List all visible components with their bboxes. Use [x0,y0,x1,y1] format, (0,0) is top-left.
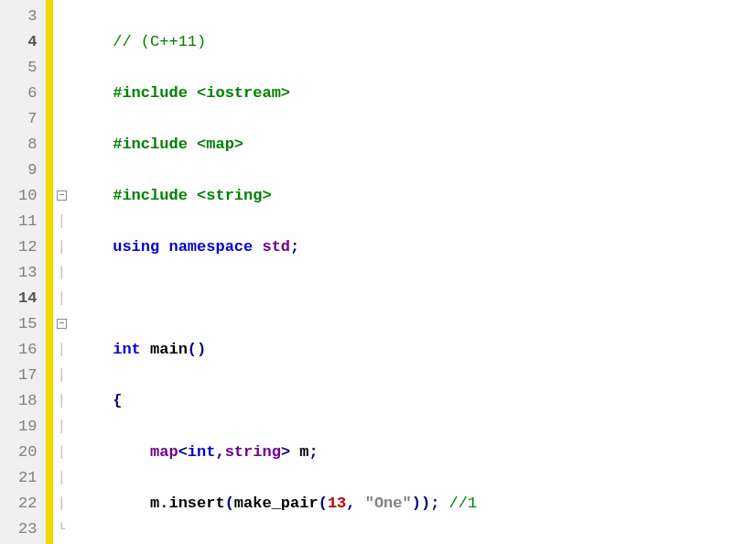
fold-toggle[interactable]: − [53,311,70,337]
line-number: 6 [18,81,37,106]
code-line: // (C++11) [75,29,579,55]
line-number: 8 [18,132,37,158]
code-line: using namespace std; [75,234,579,260]
line-number: 19 [18,414,37,440]
line-number: 3 [18,4,37,29]
line-number: 13 [18,260,37,286]
fold-column: − │ │ │ │ − │ │ │ │ │ │ │ └ [53,0,70,544]
code-line: int main() [75,337,579,363]
code-line: { [75,388,579,414]
code-line [75,286,579,311]
code-line: #include <iostream> [75,81,579,106]
line-number: 10 [18,183,37,209]
line-number: 11 [18,209,37,234]
fold-toggle[interactable]: − [53,183,70,209]
line-number: 5 [18,55,37,81]
line-number: 18 [18,388,37,414]
line-number: 17 [18,363,37,388]
code-editor[interactable]: // (C++11) #include <iostream> #include … [70,0,579,544]
code-line: #include <string> [75,183,579,209]
line-number: 4 [18,29,37,55]
line-number: 7 [18,106,37,132]
change-marker-bar [46,0,53,544]
line-number: 15 [18,311,37,337]
line-number: 23 [18,517,37,542]
line-number: 16 [18,337,37,363]
line-number: 12 [18,234,37,260]
code-line: m.insert(make_pair(13, "One")); //1 [75,491,579,517]
code-line: #include <map> [75,132,579,158]
line-number: 21 [18,465,37,491]
line-number: 14 [18,286,37,311]
line-number-gutter: 3 4 5 6 7 8 9 10 11 12 13 14 15 16 17 18… [0,0,46,544]
line-number: 22 [18,491,37,517]
code-line: map<int,string> m; [75,440,579,465]
line-number: 9 [18,158,37,183]
line-number: 20 [18,440,37,465]
